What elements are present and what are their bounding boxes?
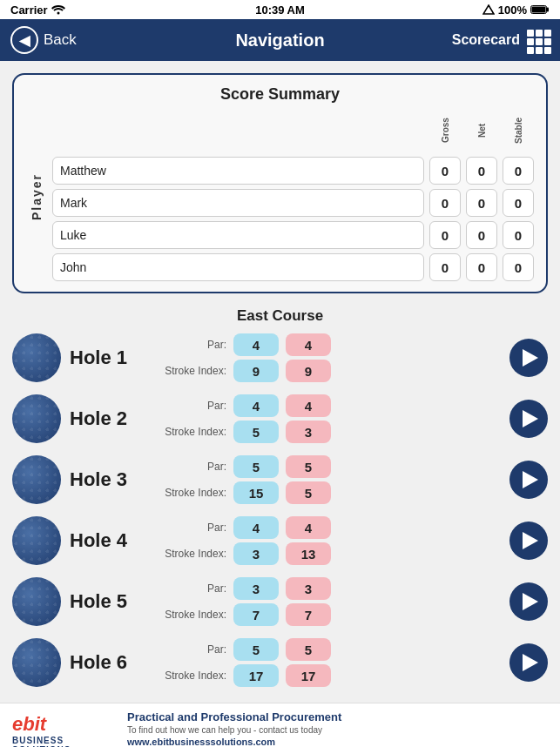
player-net-2: 0 [466, 221, 497, 249]
player-name-input-3[interactable] [52, 253, 424, 281]
scorecard-button[interactable]: Scorecard [452, 28, 550, 52]
par-pink-2: 5 [286, 455, 331, 478]
hole-name-3: Hole 4 [70, 529, 148, 552]
score-table: Player Gross Net Stable 0 0 0 0 [26, 112, 534, 281]
par-pink-1: 4 [286, 394, 331, 417]
hole-name-0: Hole 1 [70, 347, 148, 369]
stroke-label-2: Stroke Index: [157, 487, 226, 499]
par-blue-2: 5 [233, 455, 279, 478]
par-blue-1: 4 [233, 394, 279, 417]
play-button-3[interactable] [509, 522, 548, 560]
hole-name-5: Hole 6 [70, 651, 148, 674]
player-row-2: 0 0 0 [52, 221, 534, 249]
ad-sub: To find out how we can help you - contac… [127, 725, 548, 735]
player-row-0: 0 0 0 [52, 157, 534, 185]
player-gross-0: 0 [429, 157, 461, 185]
nav-title: Navigation [235, 30, 324, 50]
stroke-blue-0: 9 [233, 360, 279, 382]
hole-stroke-line-3: Stroke Index: 3 13 [157, 542, 501, 565]
back-circle-icon: ◀ [10, 26, 38, 54]
hole-par-line-2: Par: 5 5 [157, 455, 501, 478]
stroke-label-1: Stroke Index: [157, 426, 226, 438]
battery-icon [530, 4, 550, 15]
stroke-blue-3: 3 [233, 542, 279, 565]
golf-ball-5 [12, 638, 61, 687]
play-button-5[interactable] [509, 643, 548, 682]
score-summary-section: Score Summary Player Gross Net Stable 0 … [0, 61, 560, 299]
play-button-1[interactable] [509, 400, 548, 438]
ad-url: www.ebitbusinesssolutions.com [127, 737, 548, 747]
back-button[interactable]: ◀ Back [10, 26, 77, 54]
hole-row-1: Hole 2 Par: 4 4 Stroke Index: 5 3 [12, 394, 548, 443]
play-triangle-icon-2 [523, 471, 538, 488]
play-triangle-icon-3 [523, 532, 538, 549]
play-triangle-icon-5 [523, 654, 538, 671]
player-stable-3: 0 [503, 253, 534, 281]
player-stable-1: 0 [503, 189, 534, 217]
score-summary-title: Score Summary [26, 85, 534, 104]
carrier-label: Carrier [10, 3, 48, 17]
player-column-label: Player [30, 173, 44, 220]
hole-stroke-line-5: Stroke Index: 17 17 [157, 664, 501, 687]
hole-par-line-1: Par: 4 4 [157, 394, 501, 417]
course-section: East Course Hole 1 Par: 4 4 Stroke Index… [0, 299, 560, 703]
stroke-blue-5: 17 [233, 664, 279, 687]
play-button-4[interactable] [509, 582, 548, 621]
hole-stroke-line-0: Stroke Index: 9 9 [157, 360, 501, 382]
par-blue-4: 3 [233, 577, 279, 600]
player-name-input-0[interactable] [52, 157, 424, 185]
battery-label: 100% [498, 3, 527, 17]
hole-name-1: Hole 2 [70, 407, 148, 430]
ad-ebit-text: ebit [12, 713, 46, 736]
stroke-pink-5: 17 [286, 664, 331, 687]
golf-ball-1 [12, 394, 61, 443]
par-label-2: Par: [157, 461, 226, 473]
player-net-1: 0 [466, 189, 497, 217]
player-gross-2: 0 [429, 221, 461, 249]
stroke-label-5: Stroke Index: [157, 670, 226, 682]
ad-banner: ebit BUSINESS SOLUTIONS Analysis. Expert… [0, 703, 560, 747]
hole-row-5: Hole 6 Par: 5 5 Stroke Index: 17 17 [12, 638, 548, 687]
score-summary-card: Score Summary Player Gross Net Stable 0 … [12, 73, 548, 293]
par-pink-5: 5 [286, 638, 331, 661]
svg-line-2 [489, 5, 494, 14]
play-button-0[interactable] [509, 339, 548, 377]
scorecard-grid-icon [525, 28, 550, 52]
col-header-stable: Stable [503, 112, 534, 149]
hole-row-0: Hole 1 Par: 4 4 Stroke Index: 9 9 [12, 333, 548, 382]
hole-par-line-4: Par: 3 3 [157, 577, 501, 600]
golf-ball-0 [12, 333, 61, 382]
player-name-input-1[interactable] [52, 189, 424, 217]
par-label-1: Par: [157, 400, 226, 412]
hole-details-1: Par: 4 4 Stroke Index: 5 3 [157, 394, 501, 443]
stroke-label-4: Stroke Index: [157, 609, 226, 621]
location-icon [482, 4, 495, 15]
player-name-input-2[interactable] [52, 221, 424, 249]
hole-details-4: Par: 3 3 Stroke Index: 7 7 [157, 577, 501, 626]
svg-point-0 [57, 12, 59, 15]
player-label-col: Player [26, 112, 47, 281]
par-label-3: Par: [157, 522, 226, 534]
golf-ball-3 [12, 516, 61, 565]
course-title: East Course [12, 307, 548, 325]
hole-stroke-line-1: Stroke Index: 5 3 [157, 421, 501, 443]
status-bar: Carrier 10:39 AM 100% [0, 0, 560, 19]
hole-details-0: Par: 4 4 Stroke Index: 9 9 [157, 333, 501, 382]
player-row-3: 0 0 0 [52, 253, 534, 281]
player-net-0: 0 [466, 157, 497, 185]
par-pink-3: 4 [286, 516, 331, 539]
hole-row-4: Hole 5 Par: 3 3 Stroke Index: 7 7 [12, 577, 548, 626]
hole-name-4: Hole 5 [70, 590, 148, 613]
par-label-0: Par: [157, 339, 226, 351]
player-stable-2: 0 [503, 221, 534, 249]
par-blue-5: 5 [233, 638, 279, 661]
hole-stroke-line-4: Stroke Index: 7 7 [157, 603, 501, 626]
play-triangle-icon-0 [523, 349, 538, 367]
hole-row-3: Hole 4 Par: 4 4 Stroke Index: 3 13 [12, 516, 548, 565]
ad-text: Practical and Professional Procurement T… [127, 710, 548, 747]
play-button-2[interactable] [509, 461, 548, 499]
status-bar-right: 100% [482, 3, 550, 17]
hole-row-2: Hole 3 Par: 5 5 Stroke Index: 15 5 [12, 455, 548, 504]
stroke-blue-2: 15 [233, 481, 279, 504]
play-triangle-icon-1 [523, 410, 538, 427]
